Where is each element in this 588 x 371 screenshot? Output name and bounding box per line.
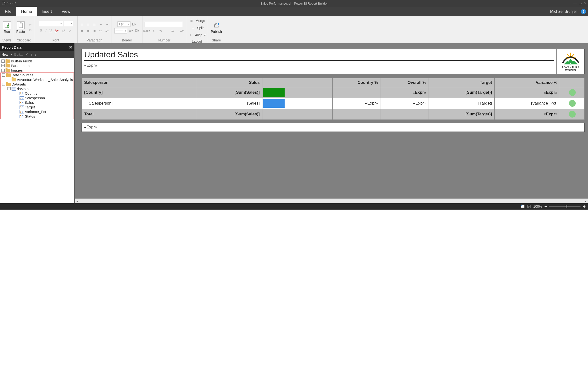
increase-indent-icon[interactable]: ⇥ [105,22,110,27]
minimize-button[interactable]: — [573,1,577,5]
panel-delete-icon[interactable]: ✕ [25,52,28,56]
design-canvas[interactable]: Updated Sales «Expr» [75,43,588,203]
tree-field[interactable]: Target [1,105,74,109]
menu-home[interactable]: Home [16,7,37,16]
status-indicator-icon[interactable] [569,100,576,107]
merge-button[interactable]: ⊞Merge [188,18,206,24]
tree-node-dataset[interactable]: −dsMain [1,87,74,91]
col-salesperson[interactable]: Salesperson [82,78,197,87]
tree-node-images[interactable]: +Images [0,68,74,72]
panel-edit-button[interactable]: Edit... [14,52,23,56]
tablix-total-row[interactable]: Total [Sum(Sales)] [Sum(Target)] «Expr» [82,109,585,120]
cut-icon[interactable]: ✂ [28,22,33,27]
copy-icon[interactable]: ⧉ [28,28,33,32]
bullet-list-icon[interactable]: •≡ [98,28,104,33]
zoom-slider[interactable] [549,206,580,207]
report-header-expr[interactable]: «Expr» [84,62,554,70]
percent-icon[interactable]: % [158,29,163,33]
align-center-icon[interactable]: ≣ [86,28,91,33]
databar-green[interactable] [263,88,284,97]
font-size-dropdown[interactable]: ▾ [64,21,73,26]
tree-node-datasets[interactable]: −Datasets [1,82,74,87]
tree-field[interactable]: Status [1,114,74,119]
help-icon[interactable]: ? [581,9,586,14]
tree-node-datasources[interactable]: −Data Sources [1,73,74,77]
tree-field[interactable]: Sales [1,100,74,105]
border-style-dropdown[interactable]: ▾ [114,28,127,33]
tree-field[interactable]: Country [1,91,74,96]
align-left-icon[interactable]: ≣ [79,28,85,33]
report-logo[interactable]: ADVENTUREWORKS [556,49,584,74]
grow-font-button[interactable]: A▴ [61,28,66,34]
bold-button[interactable]: B [39,29,43,33]
run-button[interactable]: Run [2,20,12,34]
panel-move-down-icon[interactable]: ↓ [35,52,36,56]
report-surface[interactable]: Updated Sales «Expr» [82,49,585,132]
menu-insert[interactable]: Insert [37,7,57,16]
report-data-tree[interactable]: +Built-in Fields +Parameters +Images −Da… [0,58,74,203]
italic-button[interactable]: I [44,29,48,33]
align-button[interactable]: ⊩Align ▾ [187,32,206,38]
publish-button[interactable]: Publish [209,20,223,34]
panel-move-up-icon[interactable]: ↑ [31,52,32,56]
col-sales[interactable]: Sales [197,78,262,87]
report-title[interactable]: Updated Sales [84,50,554,61]
comma-icon[interactable]: , [165,29,170,33]
panel-new-button[interactable]: New [1,52,8,56]
align-bottom-icon[interactable]: ☰ [92,22,97,27]
menu-view[interactable]: View [57,7,75,16]
status-indicator-icon[interactable] [569,111,576,118]
align-top-icon[interactable]: ☰ [79,22,85,27]
tree-node-parameters[interactable]: +Parameters [0,63,74,68]
zoom-in-button[interactable]: + [583,204,586,209]
panel-close-icon[interactable]: ✕ [69,45,72,50]
placeholder-icon[interactable]: [123]▾ [144,29,149,33]
tree-node-datasource[interactable]: AdventureWorksInc_SalesAnalysis [1,77,74,82]
shrink-font-button[interactable]: A▾ [67,29,72,33]
col-country-pct[interactable]: Country % [332,78,381,87]
number-format-dropdown[interactable]: ▾ [144,22,183,27]
increase-decimal-icon[interactable]: .00→ [171,29,177,33]
currency-icon[interactable]: $ [151,29,156,33]
tree-field[interactable]: Salesperson [1,96,74,100]
border-preset-icon[interactable]: ☐▾ [135,28,140,33]
font-family-dropdown[interactable]: ▾ [39,21,63,26]
decrease-decimal-icon[interactable]: ←.00 [178,29,183,33]
save-icon[interactable] [1,1,6,6]
redo-icon[interactable] [12,1,16,6]
underline-button[interactable]: U [49,29,53,33]
tree-field[interactable]: Variance_Pct [1,109,74,114]
status-indicator-icon[interactable] [569,89,576,96]
report-tablix[interactable]: Salesperson Sales Country % Overall % Ta… [82,78,585,120]
tree-node-builtin[interactable]: +Built-in Fields [0,59,74,63]
decrease-indent-icon[interactable]: ⇤ [98,22,104,27]
paste-button[interactable]: Paste [15,20,27,34]
tablix-group-row[interactable]: [Country] [Sum(Sales)] «Expr» [Sum(Targe… [82,87,585,98]
report-header[interactable]: Updated Sales «Expr» [82,49,585,74]
preview-mode-icon[interactable] [527,205,531,208]
col-target[interactable]: Target [429,78,495,87]
databar-blue[interactable] [263,99,284,108]
undo-icon[interactable] [7,1,11,6]
close-button[interactable]: ✕ [584,1,587,5]
border-width-dropdown[interactable]: 1 pt▾ [117,21,130,27]
tablix-header-row[interactable]: Salesperson Sales Country % Overall % Ta… [82,78,585,87]
menu-file[interactable]: File [0,7,16,16]
fill-color-icon[interactable]: ▦▾ [128,28,134,33]
horizontal-scrollbar[interactable]: ◄ ► [75,199,588,203]
col-status[interactable] [560,78,585,87]
align-middle-icon[interactable]: ☰ [86,22,91,27]
col-databar[interactable] [262,78,332,87]
maximize-button[interactable]: ▭ [578,1,582,5]
tablix-detail-row[interactable]: [Salesperson] [Sales] «Expr» «Expr» [Tar… [82,98,585,109]
number-list-icon[interactable]: 1≡ [105,28,110,33]
zoom-out-button[interactable]: − [544,204,547,209]
design-mode-icon[interactable] [521,205,525,208]
border-color-icon[interactable]: ◧▾ [131,22,137,27]
align-right-icon[interactable]: ≣ [92,28,97,33]
col-variance-pct[interactable]: Variance % [495,78,560,87]
font-color-button[interactable]: A▾ [54,28,60,33]
scroll-right-icon[interactable]: ► [583,200,588,203]
report-footer-expr[interactable]: «Expr» [82,123,585,132]
scroll-left-icon[interactable]: ◄ [75,200,80,203]
